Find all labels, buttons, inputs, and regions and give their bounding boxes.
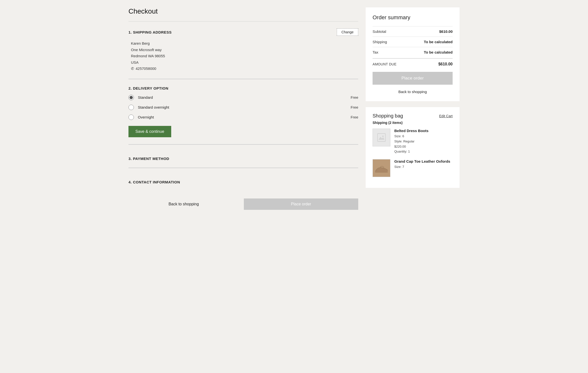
address-city: Redmond WA 98055 <box>131 53 358 59</box>
page-title: Checkout <box>128 7 358 15</box>
cart-item-2-meta: Size: 7 <box>394 164 453 170</box>
cart-item-1-price: $220.00 <box>394 144 453 149</box>
cart-item-2-size: Size: 7 <box>394 164 453 170</box>
order-summary-card: Order summary Subtotal $610.00 Shipping … <box>366 7 460 101</box>
cart-item-1-image <box>373 129 390 146</box>
order-summary-title: Order summary <box>373 14 453 21</box>
cart-item-1-style: Style: Regular <box>394 139 453 144</box>
shopping-bag-title: Shopping bag <box>373 113 403 119</box>
back-to-shopping-button[interactable]: Back to shopping <box>373 88 453 95</box>
delivery-option-standard[interactable]: Standard Free <box>128 95 358 100</box>
change-address-button[interactable]: Change <box>337 28 358 36</box>
address-block: Karen Berg One Microsoft way Redmond WA … <box>128 40 358 72</box>
delivery-radio-standard[interactable] <box>128 95 134 100</box>
delivery-option-overnight-price: Free <box>351 115 358 119</box>
cart-item-2: Grand Cap Toe Leather Oxfords Size: 7 <box>373 159 453 177</box>
cart-item-2-details: Grand Cap Toe Leather Oxfords Size: 7 <box>394 159 453 177</box>
tax-value: To be calculated <box>424 50 453 54</box>
shopping-bag-header: Shopping bag Edit Cart <box>373 113 453 119</box>
shipping-items-label: Shipping (2 items) <box>373 121 453 125</box>
phone-icon: ✆ <box>131 65 134 72</box>
delivery-radio-standard-overnight[interactable] <box>128 105 134 110</box>
address-phone: ✆ 4257058000 <box>131 65 358 72</box>
edit-cart-button[interactable]: Edit Cart <box>439 114 453 118</box>
delivery-radio-overnight[interactable] <box>128 115 134 120</box>
shipping-value: To be calculated <box>424 40 453 44</box>
delivery-option-overnight[interactable]: Overnight Free <box>128 115 358 120</box>
place-order-button-bottom[interactable]: Place order <box>244 198 358 210</box>
shipping-address-section: 1. SHIPPING ADDRESS Change Karen Berg On… <box>128 21 358 79</box>
tax-row: Tax To be calculated <box>373 47 453 57</box>
cart-item-1-name: Belted Dress Boots <box>394 129 453 133</box>
back-to-shopping-button-bottom[interactable]: Back to shopping <box>128 198 239 210</box>
shopping-bag-card: Shopping bag Edit Cart Shipping (2 items… <box>366 107 460 188</box>
cart-item-2-name: Grand Cap Toe Leather Oxfords <box>394 159 453 163</box>
sidebar: Order summary Subtotal $610.00 Shipping … <box>366 7 460 188</box>
shipping-row: Shipping To be calculated <box>373 37 453 47</box>
shipping-label: Shipping <box>373 40 387 44</box>
delivery-option-overnight-label: Overnight <box>138 115 347 119</box>
delivery-options-list: Standard Free Standard overnight Free Ov… <box>128 95 358 120</box>
payment-section-title: 3. PAYMENT METHOD <box>128 152 358 161</box>
address-street: One Microsoft way <box>131 47 358 53</box>
subtotal-row: Subtotal $610.00 <box>373 26 453 37</box>
cart-item-1: Belted Dress Boots Size: 6 Style: Regula… <box>373 129 453 154</box>
save-continue-button[interactable]: Save & continue <box>128 126 171 137</box>
cart-item-2-image <box>373 159 390 177</box>
delivery-section-title: 2. DELIVERY OPTION <box>128 86 168 90</box>
subtotal-label: Subtotal <box>373 29 386 34</box>
delivery-option-section: 2. DELIVERY OPTION Standard Free Standar… <box>128 79 358 144</box>
cart-item-1-meta: Size: 6 Style: Regular $220.00 Quantity:… <box>394 134 453 154</box>
subtotal-value: $610.00 <box>439 29 453 34</box>
contact-info-section: 4. CONTACT INFORMATION <box>128 168 358 191</box>
address-country: USA <box>131 59 358 66</box>
delivery-option-standard-label: Standard <box>138 95 347 99</box>
svg-rect-0 <box>378 134 385 141</box>
svg-point-1 <box>382 136 384 137</box>
amount-due-value: $610.00 <box>438 62 453 66</box>
cart-item-1-details: Belted Dress Boots Size: 6 Style: Regula… <box>394 129 453 154</box>
amount-due-row: AMOUNT DUE $610.00 <box>373 58 453 66</box>
shipping-section-title: 1. SHIPPING ADDRESS <box>128 30 172 34</box>
tax-label: Tax <box>373 50 378 54</box>
payment-method-section: 3. PAYMENT METHOD <box>128 144 358 168</box>
delivery-option-standard-price: Free <box>351 95 358 99</box>
amount-due-label: AMOUNT DUE <box>373 62 397 66</box>
cart-item-1-quantity: Quantity: 1 <box>394 149 453 154</box>
delivery-option-standard-overnight-label: Standard overnight <box>138 105 347 109</box>
bottom-actions: Back to shopping Place order <box>128 198 358 210</box>
contact-section-title: 4. CONTACT INFORMATION <box>128 175 358 184</box>
delivery-option-standard-overnight-price: Free <box>351 105 358 109</box>
place-order-button[interactable]: Place order <box>373 72 453 85</box>
delivery-option-standard-overnight[interactable]: Standard overnight Free <box>128 105 358 110</box>
cart-item-1-size: Size: 6 <box>394 134 453 139</box>
address-name: Karen Berg <box>131 40 358 47</box>
